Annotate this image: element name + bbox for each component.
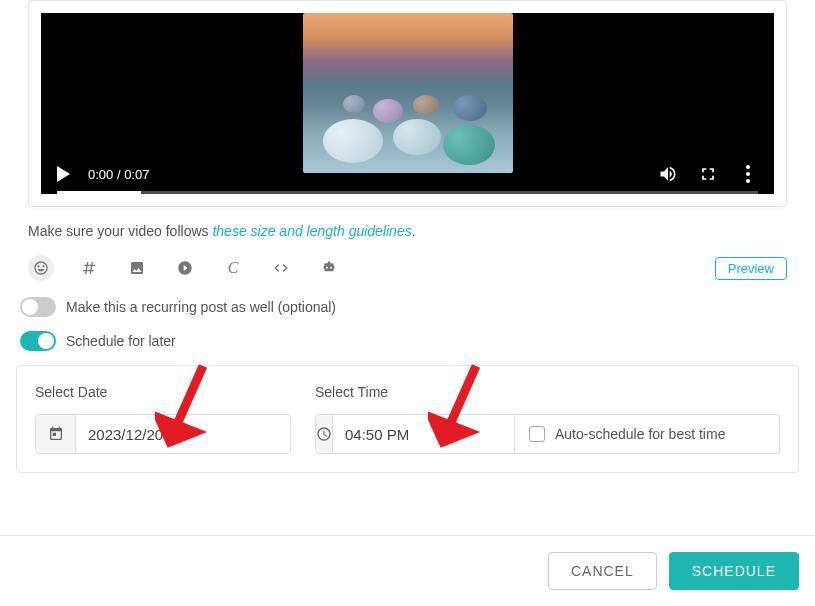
fullscreen-icon[interactable] xyxy=(698,164,718,184)
clock-icon[interactable] xyxy=(316,415,333,453)
canva-icon[interactable]: C xyxy=(220,255,246,281)
toolbar: C Preview xyxy=(28,255,787,281)
play-circle-icon[interactable] xyxy=(172,255,198,281)
time-display: 0:00 / 0:07 xyxy=(88,167,149,182)
video-progress-bar[interactable] xyxy=(57,191,758,194)
schedule-button[interactable]: SCHEDULE xyxy=(669,552,799,590)
time-label: Select Time xyxy=(315,384,780,400)
time-input[interactable] xyxy=(333,415,515,453)
schedule-box: Select Date Select Time Auto-sc xyxy=(16,365,799,473)
time-input-group xyxy=(315,414,515,454)
schedule-later-label: Schedule for later xyxy=(66,333,176,349)
video-controls: 0:00 / 0:07 xyxy=(41,154,774,194)
guidelines-suffix: . xyxy=(412,223,416,239)
date-input[interactable] xyxy=(76,415,290,453)
code-icon[interactable] xyxy=(268,255,294,281)
auto-schedule-label: Auto-schedule for best time xyxy=(555,426,725,442)
guidelines-prefix: Make sure your video follows xyxy=(28,223,212,239)
recurring-toggle-row: Make this a recurring post as well (opti… xyxy=(16,297,799,317)
date-label: Select Date xyxy=(35,384,291,400)
video-thumbnail xyxy=(303,13,513,173)
footer: CANCEL SCHEDULE xyxy=(0,535,815,606)
schedule-later-toggle[interactable] xyxy=(20,331,56,351)
auto-schedule-box: Auto-schedule for best time xyxy=(515,414,780,454)
guidelines-link[interactable]: these size and length guidelines xyxy=(212,223,411,239)
cancel-button[interactable]: CANCEL xyxy=(548,552,657,590)
recurring-toggle[interactable] xyxy=(20,297,56,317)
recurring-label: Make this a recurring post as well (opti… xyxy=(66,299,336,315)
schedule-later-toggle-row: Schedule for later xyxy=(16,331,799,351)
robot-icon[interactable] xyxy=(316,255,342,281)
auto-schedule-checkbox[interactable] xyxy=(529,426,545,442)
emoji-icon[interactable] xyxy=(28,255,54,281)
play-button[interactable] xyxy=(57,166,70,182)
video-player[interactable]: 0:00 / 0:07 xyxy=(41,13,774,194)
video-card: 0:00 / 0:07 xyxy=(28,0,787,207)
guidelines-text: Make sure your video follows these size … xyxy=(28,223,787,239)
video-progress-fill xyxy=(57,191,141,194)
preview-button[interactable]: Preview xyxy=(715,257,787,280)
calendar-icon[interactable] xyxy=(36,415,76,453)
date-input-group xyxy=(35,414,291,454)
volume-icon[interactable] xyxy=(658,164,678,184)
hashtag-icon[interactable] xyxy=(76,255,102,281)
image-icon[interactable] xyxy=(124,255,150,281)
more-options-icon[interactable] xyxy=(738,164,758,184)
